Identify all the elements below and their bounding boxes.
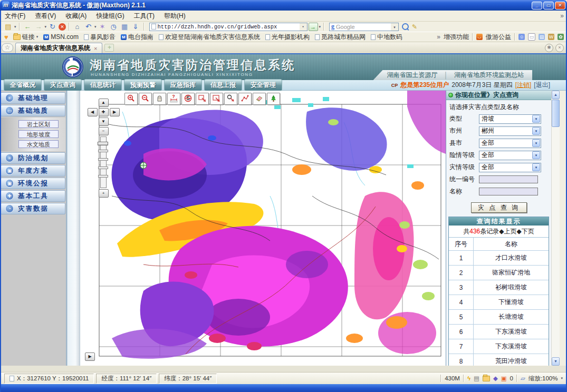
vertical-scrollbar[interactable]: ▲ ▼ bbox=[551, 91, 560, 366]
new-page-icon[interactable]: ▤ bbox=[3, 22, 13, 31]
url-dropdown-icon[interactable]: ▾ bbox=[300, 23, 307, 31]
sidebar-item-6[interactable]: ◔灾害数据 bbox=[1, 203, 65, 214]
nav-tab-0[interactable]: 全省概况 bbox=[4, 79, 42, 91]
links-bar-item-0[interactable]: 链接▾ bbox=[11, 33, 41, 42]
dropdown-3[interactable]: 全部▼ bbox=[479, 151, 541, 160]
map-tool-eraser-button[interactable] bbox=[253, 93, 266, 105]
links-bar-item-7[interactable]: 中地数码 bbox=[368, 33, 405, 42]
links-bar-item-6[interactable]: 觅路城市精品网 bbox=[312, 33, 368, 42]
printer-icon[interactable]: ▤ bbox=[474, 375, 479, 382]
messenger-icon[interactable]: ☺ bbox=[518, 34, 525, 40]
pan-down-button[interactable]: ▼ bbox=[99, 117, 109, 126]
dropdown-0[interactable]: 滑坡▼ bbox=[479, 114, 541, 124]
forward-icon[interactable]: → bbox=[34, 22, 44, 31]
home-icon[interactable]: ⌂ bbox=[72, 22, 82, 31]
undo-caret-icon[interactable]: ▾ bbox=[94, 25, 97, 29]
stop-icon[interactable]: ✕ bbox=[59, 23, 66, 31]
chevron-down-icon[interactable]: ▼ bbox=[532, 115, 540, 123]
favorites-heart-icon[interactable]: ♥ bbox=[2, 33, 11, 41]
sidebar-item-0[interactable]: »基础地理 bbox=[1, 92, 65, 104]
magic-wand-icon[interactable]: ✶ bbox=[98, 22, 108, 31]
row-name[interactable]: 下懂滑坡 bbox=[474, 295, 549, 310]
row-name[interactable]: 长塘滑坡 bbox=[474, 310, 549, 325]
pan-east-button[interactable]: ▶ bbox=[85, 352, 95, 361]
chevron-down-icon[interactable]: ▼ bbox=[532, 151, 540, 159]
row-name[interactable]: 下东溪滑坡 bbox=[474, 339, 549, 354]
windows-taskbar[interactable] bbox=[0, 384, 567, 392]
scroll-up-icon[interactable]: ▲ bbox=[552, 91, 560, 99]
history-caret-icon[interactable]: ▾ bbox=[45, 25, 47, 29]
folder-icon[interactable] bbox=[483, 376, 490, 381]
map-tool-measure-distance-button[interactable]: ? bbox=[167, 93, 180, 105]
dropdown-1[interactable]: 郴州▼ bbox=[479, 126, 541, 136]
sidebar-item-5[interactable]: ✚基本工具 bbox=[1, 190, 65, 202]
menu-item-3[interactable]: 快捷组(G) bbox=[91, 11, 129, 22]
nav-tab-6[interactable]: 安全管理 bbox=[244, 79, 282, 91]
nav-tab-2[interactable]: 信息统计 bbox=[84, 79, 122, 91]
zoom-window-icon[interactable]: ▱ bbox=[521, 375, 525, 382]
table-row[interactable]: 3衫树塅滑坡 bbox=[449, 280, 549, 295]
nav-tab-1[interactable]: 灾点查询 bbox=[44, 79, 82, 91]
close-button[interactable]: ✕ bbox=[555, 2, 565, 9]
go-button[interactable]: → bbox=[309, 23, 318, 31]
highlight-icon[interactable]: ✎ bbox=[412, 23, 417, 31]
map-tool-full-extent-button[interactable]: S bbox=[181, 93, 195, 105]
scroll-down-icon[interactable]: ▼ bbox=[552, 357, 560, 366]
favorites-star-icon[interactable]: ☆ bbox=[2, 43, 13, 52]
active-tab[interactable]: 湖南省地质灾害信息系统 × bbox=[15, 43, 102, 53]
enhance-menu[interactable]: 增强功能 bbox=[444, 33, 469, 42]
frames-icon[interactable]: ▦ bbox=[120, 22, 130, 31]
table-row[interactable]: 6下东溪滑坡 bbox=[449, 325, 549, 339]
zoom-slider-handle[interactable] bbox=[98, 142, 108, 145]
links-bar-item-2[interactable]: 暴风影音 bbox=[81, 33, 118, 42]
table-row[interactable]: 1才口水滑坡 bbox=[449, 251, 549, 266]
nav-tab-5[interactable]: 信息上报 bbox=[204, 79, 242, 91]
row-name[interactable]: 骆家恒矿滑地 bbox=[474, 266, 549, 280]
row-name[interactable]: 衫树塅滑坡 bbox=[474, 280, 549, 295]
chevron-down-icon[interactable]: ▼ bbox=[532, 139, 540, 147]
table-row[interactable]: 8荒田冲滑坡 bbox=[449, 354, 549, 366]
new-tab-button[interactable]: + bbox=[104, 44, 114, 52]
table-row[interactable]: 7下东溪滑坡 bbox=[449, 339, 549, 354]
sidebar-splitter[interactable] bbox=[66, 91, 80, 366]
sidebar-subitem-2[interactable]: 水文地质 bbox=[18, 140, 59, 148]
map-tool-zoom-out-button[interactable] bbox=[139, 93, 152, 105]
links-overflow-icon[interactable]: » bbox=[437, 33, 440, 41]
book-icon[interactable]: ◆ bbox=[493, 375, 498, 382]
chevron-down-icon[interactable]: ▼ bbox=[532, 127, 540, 135]
toolbar-overflow-icon[interactable]: » bbox=[560, 12, 564, 19]
table-row[interactable]: 5长塘滑坡 bbox=[449, 310, 549, 325]
map-tool-zoom-box-button[interactable] bbox=[196, 93, 209, 105]
menu-item-4[interactable]: 工具(T) bbox=[129, 11, 159, 22]
links-bar-item-4[interactable]: 欢迎登陆湖南省地质灾害信息系统 bbox=[156, 33, 263, 42]
pan-right-button[interactable]: ▶ bbox=[110, 108, 120, 116]
pan-left-button[interactable]: ◀ bbox=[88, 108, 98, 116]
sidebar-item-1[interactable]: ▭基础地质 bbox=[1, 105, 65, 116]
plugin-icon[interactable]: ✿ bbox=[558, 34, 564, 40]
input-1[interactable] bbox=[479, 188, 538, 195]
links-bar-item-5[interactable]: 光年摄影机构 bbox=[263, 33, 312, 42]
search-input[interactable]: g Google ▾ bbox=[329, 23, 399, 31]
search-icon[interactable] bbox=[402, 23, 409, 30]
history-icon[interactable]: ◷ bbox=[109, 22, 119, 31]
row-name[interactable]: 下东溪滑坡 bbox=[474, 325, 549, 339]
links-bar-item-1[interactable]: MMSN.com bbox=[41, 33, 81, 41]
org-link-geo-monitoring[interactable]: 湖南省地质环境监测总站 bbox=[454, 71, 524, 80]
sidebar-item-2[interactable]: ≡防治规划 bbox=[1, 152, 65, 164]
undo-icon[interactable]: ↶ bbox=[83, 22, 93, 31]
dropdown-2[interactable]: 全部▼ bbox=[479, 139, 541, 148]
sidebar-item-3[interactable]: ▣年度方案 bbox=[1, 165, 65, 177]
next-page-link[interactable]: ◆下页 bbox=[517, 227, 534, 236]
map-tool-zoom-in-button[interactable] bbox=[124, 93, 138, 105]
menu-item-2[interactable]: 收藏(A) bbox=[61, 11, 91, 22]
map-tool-pan-button[interactable] bbox=[153, 93, 166, 105]
download-icon[interactable]: ⇓ bbox=[131, 22, 141, 31]
exit-link[interactable]: [退出] bbox=[534, 81, 550, 90]
links-bar-item-3[interactable]: M电台指南 bbox=[118, 33, 156, 42]
pan-up-button[interactable]: ▲ bbox=[99, 99, 109, 107]
map-tool-identify-button[interactable] bbox=[224, 93, 237, 105]
sidebar-item-4[interactable]: ▣环境公报 bbox=[1, 178, 65, 189]
geological-map[interactable] bbox=[80, 91, 446, 366]
sidebar-subitem-0[interactable]: 岩土区划 bbox=[18, 120, 59, 128]
go-caret-icon[interactable]: ▾ bbox=[319, 25, 321, 29]
